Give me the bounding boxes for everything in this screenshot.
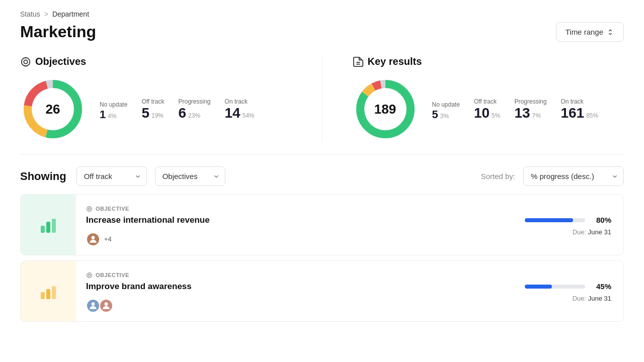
card-1-progress-row: 80% (525, 216, 611, 224)
avatar-person-icon-3 (101, 301, 111, 311)
objectives-on-track-stat: On track 14 54% (225, 98, 255, 120)
kr-off-track-stat: Off track 10 5% (474, 98, 501, 120)
objectives-donut: 26 (20, 76, 86, 142)
panels-divider (322, 56, 323, 142)
avatar-person-icon (88, 234, 98, 244)
objectives-icon (20, 56, 31, 67)
card-1-title: Increase international revenue (86, 215, 503, 225)
bar-chart-icon-green (38, 215, 58, 235)
svg-point-27 (92, 302, 95, 306)
breadcrumb-parent[interactable]: Status (20, 10, 40, 18)
kr-progressing-stat: Progressing 13 7% (514, 98, 546, 120)
objectives-off-track-stat: Off track 5 19% (141, 98, 164, 120)
showing-label: Showing (20, 170, 66, 183)
filters-row: Showing Off track On track Progressing N… (20, 166, 624, 186)
svg-point-25 (87, 273, 92, 278)
objectives-panel: Objectives 26 (20, 56, 292, 142)
svg-rect-18 (52, 219, 56, 233)
sort-select[interactable]: % progress (desc.) % progress (asc.) Nam… (523, 166, 624, 186)
card-1-right: 80% Due: June 31 (513, 207, 623, 243)
header-row: Marketing Time range (20, 22, 624, 42)
objective-type-icon-2 (86, 272, 93, 279)
card-1-due-date: Due: June 31 (573, 228, 611, 236)
card-1-icon-col (21, 195, 76, 255)
card-2-icon-col (21, 261, 76, 321)
card-1-avatar-count: +4 (104, 235, 112, 243)
card-1-avatar (86, 232, 100, 246)
objectives-stats-grid: No update 1 4% Off track 5 19% (100, 98, 255, 120)
svg-point-1 (24, 60, 27, 63)
avatar-person-icon-2 (88, 301, 98, 311)
card-1-content: OBJECTIVE Increase international revenue… (76, 197, 513, 253)
svg-point-19 (87, 206, 92, 211)
status-filter-select[interactable]: Off track On track Progressing No update… (76, 166, 147, 186)
objective-cards-list: OBJECTIVE Increase international revenue… (20, 194, 624, 322)
bar-chart-icon-yellow (38, 281, 58, 301)
svg-point-20 (88, 208, 90, 210)
card-2-progress-bar-fill (525, 285, 552, 289)
card-2-title: Improve brand awareness (86, 282, 503, 292)
sorted-by-label: Sorted by: (481, 172, 515, 180)
key-results-total: 189 (374, 102, 396, 117)
svg-point-21 (92, 236, 95, 239)
objective-card-2[interactable]: OBJECTIVE Improve brand awareness (20, 260, 624, 322)
objectives-no-update-stat: No update 1 4% (100, 101, 127, 120)
kr-on-track-stat: On track 161 85% (560, 98, 598, 120)
objectives-stats: 26 No update 1 4% Off track 5 (20, 76, 292, 142)
stats-row: Objectives 26 (20, 56, 624, 142)
section-divider (20, 154, 624, 154)
svg-rect-17 (46, 222, 50, 233)
key-results-panel: Key results 189 (353, 56, 624, 142)
type-filter-select[interactable]: Objectives Key results (155, 166, 225, 186)
card-2-due-date: Due: June 31 (573, 295, 611, 302)
kr-no-update-stat: No update 5 3% (432, 101, 460, 120)
objectives-total: 26 (46, 102, 60, 117)
card-1-progress-pct: 80% (591, 216, 611, 224)
card-2-progress-pct: 45% (591, 282, 611, 291)
breadcrumb-separator: > (44, 10, 48, 18)
time-range-button[interactable]: Time range (556, 22, 624, 42)
key-results-panel-title: Key results (353, 56, 624, 67)
svg-rect-24 (52, 286, 56, 299)
page-title: Marketing (20, 23, 96, 41)
card-2-progress-row: 45% (525, 282, 611, 291)
card-2-type: OBJECTIVE (86, 272, 503, 279)
breadcrumb: Status > Department (20, 10, 624, 18)
svg-rect-16 (41, 226, 45, 233)
card-1-progress-bar-fill (525, 218, 573, 222)
card-2-content: OBJECTIVE Improve brand awareness (76, 263, 513, 320)
svg-rect-22 (41, 292, 45, 299)
card-1-type: OBJECTIVE (86, 206, 503, 212)
svg-point-28 (105, 302, 108, 306)
key-results-stats: 189 No update 5 3% Off track 10 (353, 76, 624, 142)
objective-card-1[interactable]: OBJECTIVE Increase international revenue… (20, 194, 624, 255)
key-results-icon (353, 56, 364, 67)
page-container: Status > Department Marketing Time range… (0, 0, 644, 337)
card-1-progress-bar-bg (525, 218, 585, 222)
objectives-progressing-stat: Progressing 6 23% (179, 98, 211, 120)
objectives-panel-title: Objectives (20, 56, 292, 67)
objective-type-icon (86, 206, 93, 212)
breadcrumb-current: Department (52, 10, 89, 18)
key-results-stats-grid: No update 5 3% Off track 10 5% (432, 98, 599, 120)
chevron-up-down-icon (606, 28, 614, 36)
key-results-donut: 189 (353, 76, 418, 142)
svg-rect-23 (46, 289, 50, 299)
svg-point-0 (22, 57, 30, 66)
card-2-progress-bar-bg (525, 285, 585, 289)
card-1-footer: +4 (86, 232, 503, 246)
svg-point-26 (88, 274, 90, 276)
card-2-footer (86, 299, 503, 313)
card-2-avatar-2 (99, 299, 113, 313)
card-2-avatar (86, 299, 100, 313)
card-2-right: 45% Due: June 31 (513, 273, 623, 309)
